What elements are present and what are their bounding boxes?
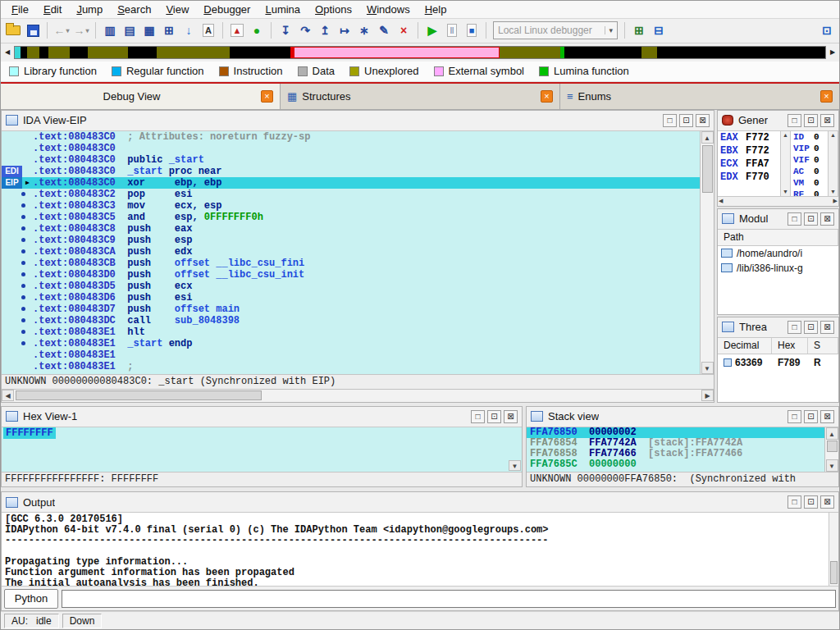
close-button[interactable]: ⊠ <box>820 410 834 423</box>
scroll-down-icon[interactable]: ▼ <box>830 188 836 196</box>
flag-row[interactable]: ID0 <box>791 131 828 143</box>
scroll-down-icon[interactable]: ▼ <box>701 362 714 374</box>
thread-row[interactable]: 63369F789R <box>718 354 838 371</box>
flag-row[interactable]: VM0 <box>791 177 828 189</box>
minimize-button[interactable]: □ <box>788 410 801 423</box>
debugger-windows-icon[interactable]: ⊟ <box>650 21 668 39</box>
threads-header[interactable]: DecimalHexS <box>718 338 838 354</box>
pause-process-icon[interactable]: ‖ <box>443 21 461 39</box>
step-into-icon[interactable]: ↧ <box>276 21 294 39</box>
disasm-line[interactable]: .text:080483C3 mov ecx, esp <box>2 200 700 212</box>
stack-row[interactable]: FFA7685C 00000000 <box>527 459 824 470</box>
stack-content[interactable]: FFA76850 00000002FFA76854 FFA7742A [stac… <box>527 427 838 472</box>
menu-help[interactable]: Help <box>418 1 454 19</box>
disasm-line[interactable]: .text:080483E1 _start endp <box>2 338 700 349</box>
flag-row[interactable]: AC0 <box>791 166 828 177</box>
menu-search[interactable]: Search <box>110 1 158 19</box>
disasm-line[interactable]: .text:080483D6 push esi <box>2 292 700 304</box>
scroll-down-icon[interactable]: ▼ <box>509 460 521 471</box>
disasm-line[interactable]: .text:080483D5 push ecx <box>2 281 700 292</box>
band-scroll-right-icon[interactable]: ▶ <box>828 46 838 59</box>
register-row[interactable]: ECXFFA7 <box>718 158 780 171</box>
scroll-up-icon[interactable]: ▲ <box>826 427 838 440</box>
scroll-track[interactable] <box>826 440 838 460</box>
menu-debugger[interactable]: Debugger <box>196 1 258 19</box>
menu-file[interactable]: File <box>4 1 36 19</box>
close-tab-icon[interactable]: × <box>261 90 273 103</box>
close-tab-icon[interactable]: × <box>820 90 833 103</box>
jump-next-code-icon[interactable]: ▥ <box>101 21 119 39</box>
python-button[interactable]: Python <box>4 589 58 609</box>
register-row[interactable]: EDXF770 <box>718 171 780 184</box>
restore-button[interactable]: ⊡ <box>804 212 818 226</box>
register-row[interactable]: EBXF772 <box>718 144 780 158</box>
disasm-horizontal-scrollbar[interactable]: ◀ ▶ <box>2 389 714 402</box>
trace-icon[interactable]: ∗ <box>355 21 373 39</box>
run-to-cursor-icon[interactable]: ↦ <box>336 21 354 39</box>
restore-button[interactable]: ⊡ <box>804 495 818 509</box>
navigation-band[interactable] <box>14 46 826 59</box>
disasm-line[interactable]: .text:080483D7 push offset main <box>2 304 700 315</box>
hex-content[interactable]: FFFFFFFF ▼ <box>2 427 522 472</box>
close-button[interactable]: ⊠ <box>504 410 518 423</box>
flag-row[interactable]: VIP0 <box>791 143 828 154</box>
disasm-vertical-scrollbar[interactable]: ▲ ▼ <box>700 131 714 374</box>
modules-header[interactable]: Path <box>718 230 838 246</box>
scroll-left-icon[interactable]: ◀ <box>719 198 723 204</box>
close-button[interactable]: ⊠ <box>696 114 710 127</box>
close-button[interactable]: ⊠ <box>820 212 834 226</box>
scroll-thumb[interactable] <box>827 441 838 452</box>
flags-scrollbar[interactable]: ▲▼ <box>828 131 838 196</box>
run-until-return-icon[interactable]: ↥ <box>316 21 334 39</box>
disasm-line[interactable]: .text:080483C2 pop esi <box>2 189 700 200</box>
minimize-button[interactable]: □ <box>788 114 801 127</box>
scroll-up-icon[interactable]: ▲ <box>783 131 788 139</box>
menu-jump[interactable]: Jump <box>69 1 110 19</box>
scroll-up-icon[interactable]: ▲ <box>830 131 836 139</box>
tab-structures[interactable]: ▦Structures× <box>281 84 560 109</box>
close-button[interactable]: ⊠ <box>820 321 834 334</box>
disasm-line[interactable]: .text:080483C5 and esp, 0FFFFFFF0h <box>2 212 700 223</box>
suspend-process-icon[interactable]: ■ <box>463 21 481 39</box>
scroll-track[interactable] <box>14 390 701 401</box>
disasm-line[interactable]: .text:080483CB push offset __libc_csu_fi… <box>2 258 700 269</box>
restore-button[interactable]: ⊡ <box>679 114 693 127</box>
stack-vertical-scrollbar[interactable]: ▲ ▼ <box>824 427 838 472</box>
close-button[interactable]: ⊠ <box>820 114 834 127</box>
navigate-back-icon[interactable]: ←▾ <box>52 21 71 39</box>
close-button[interactable]: ⊠ <box>820 495 834 509</box>
menu-lumina[interactable]: Lumina <box>258 1 308 19</box>
navigate-forward-icon[interactable]: →▾ <box>72 21 90 39</box>
scroll-up-icon[interactable]: ▲ <box>701 131 714 144</box>
register-row[interactable]: EAXF772 <box>718 131 780 144</box>
minimize-button[interactable]: □ <box>788 321 801 334</box>
restore-button[interactable]: ⊡ <box>804 114 818 127</box>
scroll-right-icon[interactable]: ▶ <box>833 198 838 204</box>
scroll-thumb[interactable] <box>830 561 838 584</box>
breakpoint-icon[interactable]: ▲ <box>228 21 246 39</box>
disasm-line[interactable]: .text:080483CA push edx <box>2 246 700 258</box>
output-body[interactable]: [GCC 6.3.0 20170516]IDAPython 64-bit v7.… <box>2 513 838 586</box>
debugger-select[interactable]: Local Linux debugger▾ <box>493 21 618 39</box>
close-tab-icon[interactable]: × <box>541 90 553 103</box>
column-decimal[interactable]: Decimal <box>718 338 772 354</box>
column-path[interactable]: Path <box>718 230 838 245</box>
disasm-line[interactable]: .text:080483E1 ; <box>2 361 700 372</box>
menu-options[interactable]: Options <box>308 1 359 19</box>
flag-row[interactable]: VIF0 <box>791 154 828 166</box>
flag-row[interactable]: RF0 <box>791 189 828 196</box>
band-scroll-left-icon[interactable]: ◀ <box>2 46 12 59</box>
tab-enums[interactable]: ≡Enums× <box>560 84 839 109</box>
jump-next-unexplored-icon[interactable]: ▦ <box>140 21 158 39</box>
attach-process-icon[interactable]: ⊞ <box>630 21 648 39</box>
module-row[interactable]: /home/aundro/i <box>718 246 838 261</box>
desktop-windows-icon[interactable]: ⊡ <box>818 21 836 39</box>
disasm-line[interactable]: ▶.text:080483C0 xor ebp, ebp <box>2 177 700 189</box>
scroll-thumb[interactable] <box>16 390 262 400</box>
minimize-button[interactable]: □ <box>788 212 801 226</box>
disassembly-area[interactable]: .text:080483C0 ; Attributes: noreturn fu… <box>2 131 714 374</box>
cancel-debug-icon[interactable]: × <box>395 21 413 39</box>
register-scrollbar[interactable]: ▲▼ <box>780 131 791 196</box>
scroll-down-icon[interactable]: ▼ <box>826 459 838 472</box>
minimize-button[interactable]: □ <box>471 410 485 423</box>
